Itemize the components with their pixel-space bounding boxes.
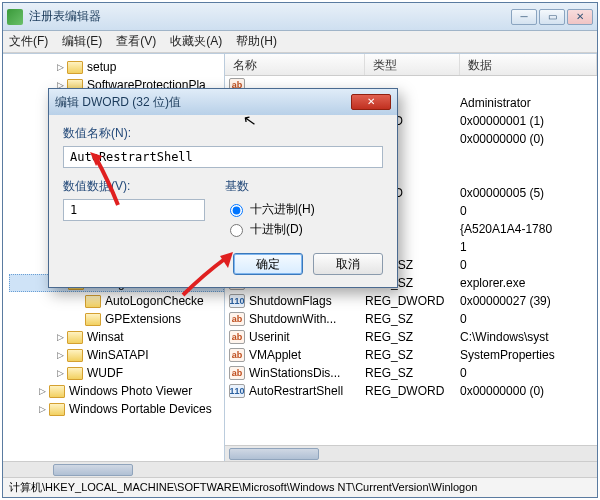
radio-hex-input[interactable] bbox=[230, 204, 243, 217]
cell-data: 0x00000000 (0) bbox=[460, 132, 597, 146]
menu-view[interactable]: 查看(V) bbox=[116, 33, 156, 50]
list-row[interactable]: abWinStationsDis...REG_SZ0 bbox=[225, 364, 597, 382]
cell-type: REG_SZ bbox=[365, 312, 460, 326]
col-data[interactable]: 数据 bbox=[460, 54, 597, 75]
cell-name: Userinit bbox=[249, 330, 365, 344]
value-data-label: 数值数据(V): bbox=[63, 178, 205, 195]
dialog-title: 编辑 DWORD (32 位)值 bbox=[55, 94, 351, 111]
dialog-titlebar[interactable]: 编辑 DWORD (32 位)值 ✕ bbox=[49, 89, 397, 115]
menu-file[interactable]: 文件(F) bbox=[9, 33, 48, 50]
cell-data: 0x00000000 (0) bbox=[460, 384, 597, 398]
cell-data: 0 bbox=[460, 204, 597, 218]
dialog-close-button[interactable]: ✕ bbox=[351, 94, 391, 110]
cell-data: 0 bbox=[460, 312, 597, 326]
col-name[interactable]: 名称 bbox=[225, 54, 365, 75]
value-name-label: 数值名称(N): bbox=[63, 125, 383, 142]
menu-help[interactable]: 帮助(H) bbox=[236, 33, 277, 50]
radio-hex[interactable]: 十六进制(H) bbox=[225, 199, 383, 219]
folder-icon bbox=[67, 367, 83, 380]
list-row[interactable]: abVMAppletREG_SZSystemProperties bbox=[225, 346, 597, 364]
ok-button[interactable]: 确定 bbox=[233, 253, 303, 275]
value-name-input[interactable] bbox=[63, 146, 383, 168]
window-title: 注册表编辑器 bbox=[29, 8, 511, 25]
tree-item-label: Winsat bbox=[87, 330, 124, 344]
titlebar[interactable]: 注册表编辑器 ─ ▭ ✕ bbox=[3, 3, 597, 31]
tree-item[interactable]: ▷WinSATAPI bbox=[9, 346, 224, 364]
menubar: 文件(F) 编辑(E) 查看(V) 收藏夹(A) 帮助(H) bbox=[3, 31, 597, 53]
cell-data: {A520A1A4-1780 bbox=[460, 222, 597, 236]
cell-data: 0 bbox=[460, 258, 597, 272]
cell-type: REG_SZ bbox=[365, 330, 460, 344]
scroll-thumb[interactable] bbox=[229, 448, 319, 460]
string-icon: ab bbox=[229, 348, 245, 362]
tree-item[interactable]: ▷setup bbox=[9, 58, 224, 76]
folder-icon bbox=[49, 403, 65, 416]
minimize-button[interactable]: ─ bbox=[511, 9, 537, 25]
tree-item-label: setup bbox=[87, 60, 116, 74]
statusbar: 计算机\HKEY_LOCAL_MACHINE\SOFTWARE\Microsof… bbox=[3, 477, 597, 497]
tree-item-label: Windows Photo Viewer bbox=[69, 384, 192, 398]
tree-item[interactable]: ▷WUDF bbox=[9, 364, 224, 382]
cell-name: ShutdownFlags bbox=[249, 294, 365, 308]
cell-type: REG_SZ bbox=[365, 348, 460, 362]
folder-icon bbox=[85, 313, 101, 326]
list-row[interactable]: abUserinitREG_SZC:\Windows\syst bbox=[225, 328, 597, 346]
scroll-thumb[interactable] bbox=[53, 464, 133, 476]
cell-data: 0x00000027 (39) bbox=[460, 294, 597, 308]
cell-data: Administrator bbox=[460, 96, 597, 110]
cancel-button[interactable]: 取消 bbox=[313, 253, 383, 275]
string-icon: ab bbox=[229, 366, 245, 380]
close-button[interactable]: ✕ bbox=[567, 9, 593, 25]
folder-icon bbox=[67, 331, 83, 344]
cell-name: VMApplet bbox=[249, 348, 365, 362]
menu-edit[interactable]: 编辑(E) bbox=[62, 33, 102, 50]
cell-data: C:\Windows\syst bbox=[460, 330, 597, 344]
tree-item[interactable]: ▷Winsat bbox=[9, 328, 224, 346]
cell-name: WinStationsDis... bbox=[249, 366, 365, 380]
folder-icon bbox=[85, 295, 101, 308]
cell-type: REG_DWORD bbox=[365, 294, 460, 308]
list-row[interactable]: 110ShutdownFlagsREG_DWORD0x00000027 (39) bbox=[225, 292, 597, 310]
expand-icon[interactable]: ▷ bbox=[55, 368, 65, 378]
expand-icon[interactable]: ▷ bbox=[55, 350, 65, 360]
cell-type: REG_SZ bbox=[365, 366, 460, 380]
string-icon: ab bbox=[229, 330, 245, 344]
menu-favorites[interactable]: 收藏夹(A) bbox=[170, 33, 222, 50]
cell-name: AutoRestrartShell bbox=[249, 384, 365, 398]
maximize-button[interactable]: ▭ bbox=[539, 9, 565, 25]
expand-icon[interactable]: ▷ bbox=[37, 386, 47, 396]
list-row[interactable]: abShutdownWith...REG_SZ0 bbox=[225, 310, 597, 328]
value-data-input[interactable] bbox=[63, 199, 205, 221]
cell-data: 0x00000001 (1) bbox=[460, 114, 597, 128]
col-type[interactable]: 类型 bbox=[365, 54, 460, 75]
string-icon: ab bbox=[229, 312, 245, 326]
expand-icon[interactable]: ▷ bbox=[55, 62, 65, 72]
cell-data: 0 bbox=[460, 366, 597, 380]
cell-name: ShutdownWith... bbox=[249, 312, 365, 326]
tree-item[interactable]: GPExtensions bbox=[9, 310, 224, 328]
tree-item-label: WinSATAPI bbox=[87, 348, 149, 362]
list-row[interactable]: 110AutoRestrartShellREG_DWORD0x00000000 … bbox=[225, 382, 597, 400]
radio-dec-input[interactable] bbox=[230, 224, 243, 237]
regedit-icon bbox=[7, 9, 23, 25]
tree-item[interactable]: ▷Windows Portable Devices bbox=[9, 400, 224, 418]
folder-icon bbox=[67, 349, 83, 362]
folder-icon bbox=[49, 385, 65, 398]
folder-icon bbox=[67, 61, 83, 74]
cell-type: REG_DWORD bbox=[365, 384, 460, 398]
list-header: 名称 类型 数据 bbox=[225, 54, 597, 76]
tree-item-label: WUDF bbox=[87, 366, 123, 380]
tree-hscroll[interactable] bbox=[3, 462, 225, 477]
tree-item[interactable]: AutoLogonChecke bbox=[9, 292, 224, 310]
cell-data: 0x00000005 (5) bbox=[460, 186, 597, 200]
list-hscroll[interactable] bbox=[225, 445, 597, 461]
expand-icon[interactable]: ▷ bbox=[55, 332, 65, 342]
radio-dec[interactable]: 十进制(D) bbox=[225, 219, 383, 239]
base-label: 基数 bbox=[225, 178, 383, 195]
cell-data: 1 bbox=[460, 240, 597, 254]
edit-dword-dialog: 编辑 DWORD (32 位)值 ✕ 数值名称(N): 数值数据(V): 基数 … bbox=[48, 88, 398, 288]
dword-icon: 110 bbox=[229, 294, 245, 308]
expand-icon[interactable]: ▷ bbox=[37, 404, 47, 414]
cell-data: SystemProperties bbox=[460, 348, 597, 362]
tree-item[interactable]: ▷Windows Photo Viewer bbox=[9, 382, 224, 400]
